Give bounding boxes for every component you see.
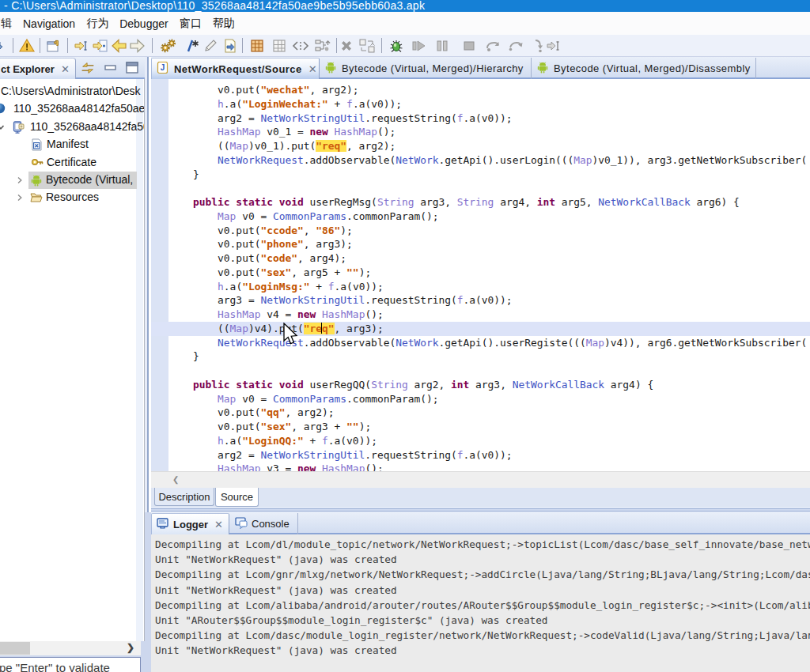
debug-bug-icon[interactable] [388, 37, 405, 55]
tree-filter-text: pe "Enter" to validate [0, 661, 110, 672]
run-to-line-icon[interactable] [545, 37, 562, 55]
close-icon[interactable]: ✕ [308, 63, 317, 75]
code-token-l: HashMap [218, 126, 260, 138]
tree-hscroll-right-arrow[interactable]: ❯ [127, 642, 134, 653]
close-icon[interactable]: ✕ [61, 63, 70, 75]
code-line-24: v0.put("qq", arg2); [168, 406, 807, 420]
editor-hscrollbar[interactable]: ❮ [151, 471, 810, 488]
panel-sash[interactable] [145, 57, 151, 512]
code-token-s: "ccode" [260, 225, 303, 236]
chevron-right-icon[interactable] [16, 191, 24, 204]
logger-icon [157, 517, 169, 532]
code-token-d: userRegQQ( [304, 379, 371, 391]
step-out-icon[interactable] [507, 37, 524, 55]
code-token-k: public static void [193, 196, 304, 208]
chevron-down-icon[interactable] [0, 121, 5, 134]
code-line-25: v0.put("sex", arg3 + ""); [168, 420, 807, 434]
tab-project-explorer[interactable]: ct Explorer ✕ [0, 58, 76, 80]
export-icon[interactable] [221, 37, 239, 55]
code-token-l: HashMap [322, 462, 365, 471]
editor-bottom-tab-source[interactable]: Source [215, 488, 259, 507]
minimize-icon[interactable] [103, 60, 119, 76]
certificate-icon [31, 157, 44, 170]
code-token-d [168, 126, 218, 138]
tree-hscrollbar[interactable]: ❯ [0, 641, 141, 655]
forward-icon[interactable] [129, 37, 146, 55]
toolbar-separator [152, 38, 153, 53]
menu-item-navigation[interactable]: Navigation [17, 17, 81, 30]
log-line-6: Unit "ARouter$$Group$$module_login_regis… [155, 613, 810, 628]
comment-icon[interactable] [183, 37, 200, 55]
menu-item-窗口[interactable]: 窗口 [174, 17, 207, 31]
code-token-d: ); [340, 225, 353, 236]
tree-filter-input[interactable]: pe "Enter" to validate [0, 657, 141, 672]
code-tags-icon[interactable] [292, 37, 309, 55]
code-token-d: , arg2); [285, 406, 334, 418]
new-window-icon[interactable] [45, 37, 62, 55]
code-line-2: h.a("LoginWechat:" + f.a(v0)); [168, 97, 807, 111]
tree-item-certificate[interactable]: Certificate [0, 154, 144, 172]
code-token-d: , [304, 225, 316, 236]
code-token-d: .requestString( [365, 112, 456, 124]
gears-icon[interactable] [160, 37, 177, 55]
tree-item-110-35268aa48142fa50ae[interactable]: 110_35268aa48142fa50ae [0, 100, 144, 118]
menu-item-帮助[interactable]: 帮助 [207, 17, 240, 31]
editor-tab-2[interactable]: Bytecode (Virtual, Merged)/Disassembly [532, 58, 756, 79]
explorer-tabbar: ct Explorer ✕ [0, 57, 146, 79]
bottom-tab-label: Description [158, 491, 210, 503]
chevron-right-icon[interactable] [16, 174, 24, 187]
code-token-d: v0.put( [168, 238, 260, 250]
tree-item-bytecode-virtual-[interactable]: Bytecode (Virtual, [0, 172, 144, 189]
android-icon [324, 61, 337, 76]
xref-grid-icon[interactable] [248, 37, 266, 55]
code-editor[interactable]: v0.put("wechat", arg2); h.a("LoginWechat… [151, 79, 810, 471]
tree-item-110-35268aa48142fa50[interactable]: 110_35268aa48142fa50 [0, 119, 144, 136]
delete-icon[interactable] [338, 37, 355, 55]
code-line-16: arg3 = NetWorkStringUtil.requestString(f… [168, 293, 807, 308]
maximize-icon[interactable] [124, 60, 140, 76]
pause-icon[interactable] [433, 37, 451, 55]
grid-pale-icon[interactable] [271, 37, 288, 55]
close-icon[interactable]: ✕ [214, 519, 223, 530]
tree-hscrollbar-thumb[interactable] [0, 642, 30, 655]
tree-item-c-users-administrator-de[interactable]: C:\Users\Administrator\Desk [0, 83, 144, 100]
code-token-d: arg4, [494, 196, 536, 208]
wrench-partial-icon[interactable] [0, 37, 10, 55]
goto-document-icon[interactable] [92, 37, 109, 55]
step-over-icon[interactable] [484, 37, 502, 55]
editor-tab-1[interactable]: Bytecode (Virtual, Merged)/Hierarchy [320, 58, 532, 79]
code-token-l: HashMap [322, 308, 365, 320]
code-token-d: v0.put( [168, 84, 260, 96]
code-token-d: arg4) { [604, 379, 653, 391]
code-line-6: NetWorkRequest.addObservable(NetWork.get… [168, 153, 807, 168]
code-token-d: , arg3); [335, 323, 384, 334]
code-token-d: .a(v0)); [464, 449, 513, 461]
logger-tab-logger[interactable]: Logger✕ [151, 513, 229, 534]
tree-item-resources[interactable]: Resources [0, 189, 144, 206]
code-token-d [168, 462, 218, 471]
swap-icon[interactable] [358, 37, 376, 55]
code-token-l: f [322, 435, 328, 447]
goto-address-icon[interactable] [73, 37, 90, 55]
menu-item-行为[interactable]: 行为 [81, 17, 114, 31]
editor-bottom-tab-description[interactable]: Description [154, 488, 214, 506]
resume-icon[interactable] [411, 37, 428, 55]
code-line-18: ((Map)v4).put("req", arg3); [168, 322, 807, 336]
menu-item-edit[interactable]: 辑 [0, 17, 17, 31]
code-token-t: NetWorkCallBack [598, 196, 690, 208]
hierarchy-up-icon[interactable] [314, 37, 331, 55]
stop-icon[interactable] [460, 37, 478, 55]
menu-item-debugger[interactable]: Debugger [114, 17, 174, 30]
editor-hscroll-left-arrow[interactable]: ❮ [172, 475, 179, 484]
code-token-l: String [457, 196, 494, 208]
code-token-t: NetWorkStringUtil [260, 449, 365, 461]
rename-icon[interactable] [202, 37, 219, 55]
back-icon[interactable] [110, 37, 127, 55]
horizontal-sash[interactable] [151, 507, 810, 512]
link-editor-icon[interactable] [80, 60, 96, 76]
warning-icon[interactable] [18, 37, 36, 55]
tree-item-manifest[interactable]: Manifest [0, 136, 144, 153]
logger-tab-console[interactable]: Console [230, 513, 298, 534]
code-token-s: "phone" [260, 238, 303, 250]
editor-tab-0[interactable]: JNetWorkRequest/Source✕ [151, 58, 320, 79]
